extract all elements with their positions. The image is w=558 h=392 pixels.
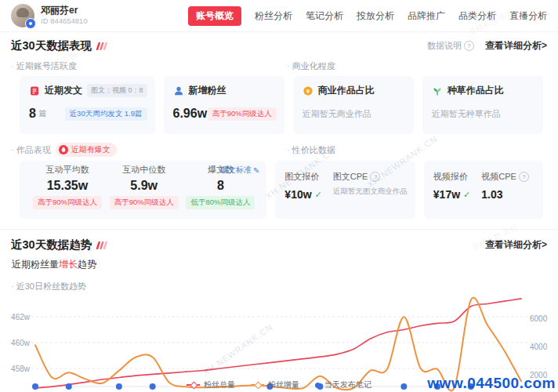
view-detail-link[interactable]: 查看详细分析> bbox=[485, 238, 547, 252]
data-note-link[interactable]: 数据说明 ? bbox=[427, 40, 474, 52]
top-bar: 邓丽芬er ID 844654810 账号概览 粉丝分析 笔记分析 投放分析 品… bbox=[0, 0, 558, 32]
section-title: 近30天数据表现 bbox=[11, 38, 108, 53]
flame-icon bbox=[96, 241, 108, 250]
card-recent-posts: 近期发文 图文：视频 0：8 8 篇 近30天周均发文 1.9篇 bbox=[20, 76, 155, 134]
card-works-performance: 爆文标准 ✎ 互动平均数 15.35w 高于90%同级达人 互动中位数 5.9w… bbox=[20, 161, 266, 219]
person-icon bbox=[173, 85, 184, 96]
legend-fans-delta[interactable]: 粉丝增量 bbox=[251, 379, 299, 390]
chart-legend: 粉丝总量 粉丝增量 当天发布笔记 bbox=[0, 379, 558, 390]
new-fans-value: 6.96w bbox=[173, 107, 208, 121]
svg-text:460w: 460w bbox=[11, 339, 31, 347]
card-title: 近期发文 bbox=[45, 84, 82, 97]
check-icon: ✓ bbox=[463, 190, 470, 200]
yuan-coin-icon: ¥ bbox=[303, 85, 313, 96]
view-detail-link[interactable]: 查看详细分析> bbox=[485, 39, 547, 53]
trend-chart-svg[interactable]: 462w460w458w60004000200011.0511.1011.151… bbox=[0, 292, 558, 392]
metric-badge: 低于80%同级达人 bbox=[186, 196, 255, 209]
section-title: 近30天数据趋势 bbox=[11, 238, 108, 252]
metric-value: 5.9w bbox=[130, 179, 158, 193]
commercial-empty-text: 近期暂无商业作品 bbox=[303, 108, 406, 120]
card-new-fans: 新增粉丝 6.96w 高于90%同级达人 bbox=[164, 76, 284, 134]
legend-total-fans[interactable]: 粉丝总量 bbox=[187, 379, 235, 390]
avatar-verified-icon bbox=[25, 18, 36, 29]
trend-summary: 近期粉丝量增长趋势 bbox=[12, 258, 547, 271]
posts-badge: 近30天周均发文 1.9篇 bbox=[65, 107, 147, 121]
section-divider bbox=[0, 229, 558, 230]
group-label-activity: 近期账号活跃度 bbox=[11, 60, 77, 72]
price-label: 视频报价 bbox=[433, 171, 470, 183]
card-commercial-ratio: ¥ 商业作品占比 近期暂无商业作品 bbox=[293, 76, 414, 134]
card-seeding-ratio: 种草作品占比 近期暂无种草作品 bbox=[422, 76, 543, 134]
group-label-works: 作品表现 bbox=[11, 144, 51, 156]
price-label: 图文报价 bbox=[284, 171, 321, 183]
check-icon: ✓ bbox=[315, 190, 322, 200]
chart-title: 近30日粉丝数趋势 bbox=[11, 281, 547, 292]
hot-post-standard-link[interactable]: 爆文标准 ✎ bbox=[220, 165, 259, 176]
svg-text:458w: 458w bbox=[11, 365, 31, 373]
tab-placement-analysis[interactable]: 投放分析 bbox=[357, 9, 394, 23]
svg-text:6000: 6000 bbox=[530, 314, 548, 323]
info-icon[interactable]: ? bbox=[519, 172, 529, 182]
posts-ratio-tag: 图文：视频 0：8 bbox=[87, 84, 147, 97]
info-icon: ? bbox=[464, 41, 474, 51]
avatar[interactable] bbox=[11, 4, 34, 27]
tab-brand-promotion[interactable]: 品牌推广 bbox=[408, 9, 445, 23]
card-title: 新增粉丝 bbox=[189, 84, 226, 97]
cpe-label: 图文CPE bbox=[333, 171, 368, 183]
legend-notes-published[interactable]: 当天发布笔记 bbox=[315, 379, 371, 390]
summary-highlight: 增长 bbox=[59, 259, 78, 270]
card-image-text-price: 图文报价 ¥10w ✓ 图文CPE ? 近期暂无图文商业作品 bbox=[275, 161, 415, 219]
seeding-empty-text: 近期暂无种草作品 bbox=[432, 108, 535, 120]
metric-badge: 高于90%同级达人 bbox=[110, 196, 179, 209]
section-30d-trend: 近30天数据趋势 查看详细分析> 近期粉丝量增长趋势 近30日粉丝数趋势 bbox=[0, 238, 558, 292]
hot-posts-pill: 近期有爆文 bbox=[56, 143, 117, 157]
price-value: ¥17w bbox=[433, 188, 460, 201]
fans-trend-chart[interactable]: 462w460w458w60004000200011.0511.1011.151… bbox=[0, 292, 558, 392]
posts-count: 8 bbox=[29, 107, 36, 121]
tab-live-analysis[interactable]: 直播分析 bbox=[509, 9, 547, 23]
metric-label: 互动平均数 bbox=[45, 164, 89, 176]
card-title: 商业作品占比 bbox=[318, 84, 375, 97]
svg-text:4000: 4000 bbox=[530, 343, 548, 351]
posts-unit: 篇 bbox=[38, 108, 46, 119]
cpe-value: 近期暂无图文商业作品 bbox=[333, 187, 408, 195]
top-nav: 账号概览 粉丝分析 笔记分析 投放分析 品牌推广 品类分析 直播分析 bbox=[188, 6, 547, 26]
document-icon bbox=[29, 85, 40, 96]
tab-category-analysis[interactable]: 品类分析 bbox=[458, 9, 496, 23]
metric-value: 8 bbox=[217, 179, 224, 193]
sprout-icon bbox=[432, 85, 443, 96]
cpe-value: 1.03 bbox=[481, 188, 529, 201]
tab-account-overview[interactable]: 账号概览 bbox=[188, 6, 241, 26]
svg-text:2000: 2000 bbox=[530, 371, 548, 379]
overview-cards-row1: 近期发文 图文：视频 0：8 8 篇 近30天周均发文 1.9篇 新增粉丝 6.… bbox=[20, 76, 543, 134]
metric-label: 互动中位数 bbox=[122, 164, 165, 176]
card-title: 种草作品占比 bbox=[447, 84, 504, 97]
orange-line-marker bbox=[251, 384, 264, 386]
metric-badge: 高于90%同级达人 bbox=[33, 196, 102, 209]
account-id: ID 844654810 bbox=[41, 17, 88, 26]
overview-cards-row2: 爆文标准 ✎ 互动平均数 15.35w 高于90%同级达人 互动中位数 5.9w… bbox=[20, 161, 543, 219]
red-line-marker bbox=[187, 384, 200, 386]
pencil-icon: ✎ bbox=[253, 166, 259, 175]
price-value: ¥10w bbox=[284, 188, 311, 201]
group-label-value: 性价比数据 bbox=[287, 144, 335, 156]
metric-value: 15.35w bbox=[47, 179, 88, 193]
info-icon[interactable]: ? bbox=[370, 172, 380, 182]
blue-dot-marker bbox=[315, 383, 321, 388]
fans-badge: 高于90%同级达人 bbox=[208, 107, 277, 121]
group-label-commerce: 商业化程度 bbox=[287, 60, 335, 72]
tab-notes-analysis[interactable]: 笔记分析 bbox=[306, 9, 343, 23]
section-30d-performance: 近30天数据表现 数据说明 ? 查看详细分析> 近期账号活跃度 商业化程度 近期… bbox=[0, 38, 558, 219]
tab-fans-analysis[interactable]: 粉丝分析 bbox=[255, 9, 292, 23]
account-name: 邓丽芬er bbox=[41, 5, 88, 16]
card-video-price: 视频报价 ¥17w ✓ 视频CPE ? 1.03 bbox=[424, 161, 543, 219]
fire-icon bbox=[59, 145, 68, 154]
svg-text:462w: 462w bbox=[11, 313, 31, 321]
svg-text:¥: ¥ bbox=[306, 88, 310, 95]
cpe-label: 视频CPE bbox=[481, 171, 516, 183]
flame-icon bbox=[96, 42, 108, 51]
